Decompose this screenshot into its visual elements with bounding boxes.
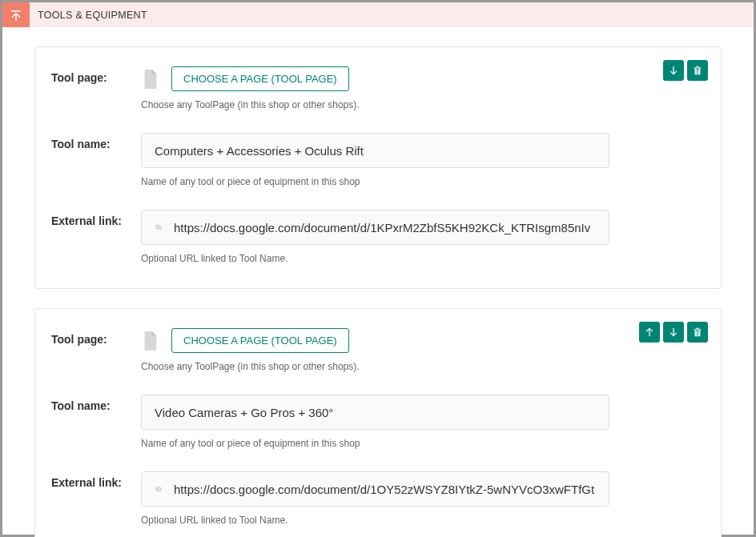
help-tool-name: Name of any tool or piece of equipment i… xyxy=(141,176,705,187)
panel-actions xyxy=(639,322,708,343)
choose-page-button[interactable]: CHOOSE A PAGE (TOOL PAGE) xyxy=(171,66,349,91)
help-external-link: Optional URL linked to Tool Name. xyxy=(141,253,705,264)
help-external-link: Optional URL linked to Tool Name. xyxy=(141,515,705,526)
label-external-link: External link: xyxy=(51,210,141,269)
section-title: TOOLS & EQUIPMENT xyxy=(30,2,147,27)
page-chooser: CHOOSE A PAGE (TOOL PAGE) xyxy=(141,328,705,353)
external-link-wrap xyxy=(141,471,609,507)
page-chooser: CHOOSE A PAGE (TOOL PAGE) xyxy=(141,66,705,91)
link-icon xyxy=(150,480,167,498)
document-icon xyxy=(141,329,160,353)
label-tool-name: Tool name: xyxy=(51,395,141,454)
section-header: TOOLS & EQUIPMENT xyxy=(2,2,754,27)
move-down-button[interactable] xyxy=(663,60,684,81)
help-tool-name: Name of any tool or piece of equipment i… xyxy=(141,438,705,449)
collapse-up-icon[interactable] xyxy=(2,2,30,27)
move-up-button[interactable] xyxy=(639,322,660,343)
document-icon xyxy=(141,67,160,91)
label-tool-name: Tool name: xyxy=(51,133,141,192)
external-link-input[interactable] xyxy=(174,221,601,234)
external-link-input[interactable] xyxy=(174,483,601,496)
external-link-wrap xyxy=(141,210,609,245)
content-area: Tool page: CHOOSE A PAGE (TOOL PAGE) Cho… xyxy=(2,46,754,537)
field-row-tool-name: Tool name: Name of any tool or piece of … xyxy=(35,118,721,195)
field-row-tool-page: Tool page: CHOOSE A PAGE (TOOL PAGE) Cho… xyxy=(35,309,721,380)
tool-name-input[interactable] xyxy=(141,395,609,430)
panel-actions xyxy=(663,60,708,81)
move-down-button[interactable] xyxy=(663,322,684,343)
field-row-tool-page: Tool page: CHOOSE A PAGE (TOOL PAGE) Cho… xyxy=(35,47,721,118)
field-row-external-link: External link: Optional URL linked to To… xyxy=(35,457,721,534)
link-icon xyxy=(150,218,167,236)
tool-panel: Tool page: CHOOSE A PAGE (TOOL PAGE) Cho… xyxy=(34,46,722,289)
help-tool-page: Choose any ToolPage (in this shop or oth… xyxy=(141,99,705,110)
help-tool-page: Choose any ToolPage (in this shop or oth… xyxy=(141,361,705,372)
delete-button[interactable] xyxy=(687,60,708,81)
label-tool-page: Tool page: xyxy=(51,328,141,377)
tool-panel: Tool page: CHOOSE A PAGE (TOOL PAGE) Cho… xyxy=(34,308,722,537)
field-row-tool-name: Tool name: Name of any tool or piece of … xyxy=(35,380,721,457)
choose-page-button[interactable]: CHOOSE A PAGE (TOOL PAGE) xyxy=(171,328,349,353)
label-tool-page: Tool page: xyxy=(51,66,141,115)
tool-name-input[interactable] xyxy=(141,133,609,168)
delete-button[interactable] xyxy=(687,322,708,343)
field-row-external-link: External link: Optional URL linked to To… xyxy=(35,195,721,272)
label-external-link: External link: xyxy=(51,471,141,531)
